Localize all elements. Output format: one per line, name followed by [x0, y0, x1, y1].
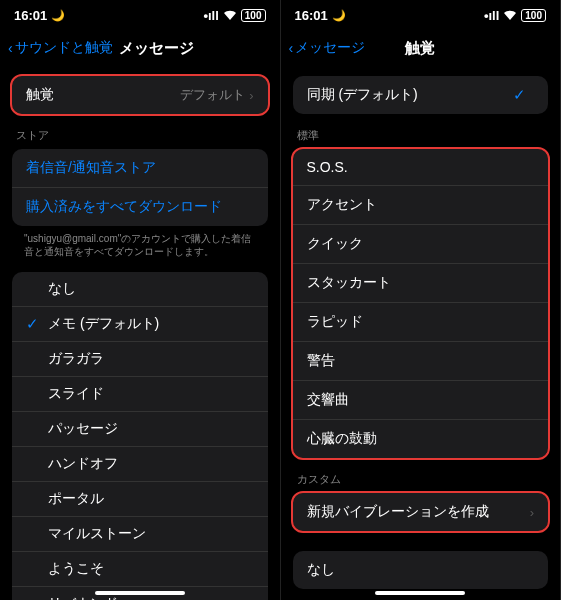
list-item[interactable]: クイック — [293, 225, 549, 264]
chevron-left-icon: ‹ — [8, 40, 13, 56]
store-group: 着信音/通知音ストア 購入済みをすべてダウンロード — [12, 149, 268, 226]
page-title: 触覚 — [405, 39, 435, 58]
ringtone-store-label: 着信音/通知音ストア — [26, 159, 156, 177]
status-bar: 16:01 🌙 •ıll 100 — [0, 0, 280, 30]
list-item[interactable]: 心臓の鼓動 — [293, 420, 549, 458]
list-item[interactable]: アクセント — [293, 186, 549, 225]
standard-list: S.O.S. アクセント クイック スタッカート ラピッド 警告 交響曲 心臓の… — [293, 149, 549, 458]
status-time: 16:01 — [295, 8, 328, 23]
checkmark-icon: ✓ — [26, 315, 39, 332]
content: 同期 (デフォルト) ✓ 標準 S.O.S. アクセント クイック スタッカート… — [281, 66, 561, 600]
wifi-icon — [223, 8, 237, 23]
list-item[interactable]: ハンドオフ — [12, 447, 268, 482]
none-label: なし — [307, 561, 335, 579]
haptic-row-group: 触覚 デフォルト › — [12, 76, 268, 114]
new-vibration-row[interactable]: 新規バイブレーションを作成 › — [293, 493, 549, 531]
signal-icon: •ıll — [203, 8, 218, 23]
list-item[interactable]: スライド — [12, 377, 268, 412]
custom-group: 新規バイブレーションを作成 › — [293, 493, 549, 531]
checkmark-icon: ✓ — [513, 86, 526, 104]
screen-haptics: 16:01 🌙 •ıll 100 ‹ メッセージ 触覚 同期 (デフォルト) ✓… — [281, 0, 562, 600]
sync-row[interactable]: 同期 (デフォルト) ✓ — [293, 76, 549, 114]
sound-list: なし ✓メモ (デフォルト) ガラガラ スライド パッセージ ハンドオフ ポータ… — [12, 272, 268, 600]
ringtone-store-link[interactable]: 着信音/通知音ストア — [12, 149, 268, 188]
battery-indicator: 100 — [241, 9, 266, 22]
screen-messages-sound: 16:01 🌙 •ıll 100 ‹ サウンドと触覚 メッセージ 触覚 デフォル… — [0, 0, 281, 600]
list-item[interactable]: ラピッド — [293, 303, 549, 342]
nav-bar: ‹ サウンドと触覚 メッセージ — [0, 30, 280, 66]
store-footer: "ushigyu@gmail.com"のアカウントで購入した着信音と通知音をすべ… — [0, 226, 280, 262]
home-indicator[interactable] — [95, 591, 185, 595]
chevron-right-icon: › — [249, 88, 253, 103]
chevron-left-icon: ‹ — [289, 40, 294, 56]
list-item[interactable]: ポータル — [12, 482, 268, 517]
download-all-link[interactable]: 購入済みをすべてダウンロード — [12, 188, 268, 226]
haptic-row[interactable]: 触覚 デフォルト › — [12, 76, 268, 114]
haptic-value: デフォルト — [180, 86, 245, 104]
dnd-icon: 🌙 — [51, 9, 65, 22]
content: 触覚 デフォルト › ストア 着信音/通知音ストア 購入済みをすべてダウンロード… — [0, 66, 280, 600]
sync-group: 同期 (デフォルト) ✓ — [293, 76, 549, 114]
new-vibration-label: 新規バイブレーションを作成 — [307, 503, 489, 521]
download-all-label: 購入済みをすべてダウンロード — [26, 198, 222, 216]
chevron-right-icon: › — [530, 505, 534, 520]
signal-icon: •ıll — [484, 8, 499, 23]
status-time: 16:01 — [14, 8, 47, 23]
page-title: メッセージ — [119, 39, 194, 58]
list-item[interactable]: S.O.S. — [293, 149, 549, 186]
custom-header: カスタム — [281, 458, 561, 493]
nav-bar: ‹ メッセージ 触覚 — [281, 30, 561, 66]
battery-indicator: 100 — [521, 9, 546, 22]
wifi-icon — [503, 8, 517, 23]
list-item[interactable]: スタッカート — [293, 264, 549, 303]
dnd-icon: 🌙 — [332, 9, 346, 22]
store-header: ストア — [0, 114, 280, 149]
sync-label: 同期 (デフォルト) — [307, 86, 418, 104]
list-item[interactable]: なし — [12, 272, 268, 307]
home-indicator[interactable] — [375, 591, 465, 595]
back-label: サウンドと触覚 — [15, 39, 113, 57]
haptic-label: 触覚 — [26, 86, 54, 104]
list-item[interactable]: ようこそ — [12, 552, 268, 587]
back-button[interactable]: ‹ メッセージ — [289, 39, 366, 57]
list-item[interactable]: ガラガラ — [12, 342, 268, 377]
list-item[interactable]: 警告 — [293, 342, 549, 381]
list-item[interactable]: ✓メモ (デフォルト) — [12, 307, 268, 342]
standard-header: 標準 — [281, 114, 561, 149]
list-item[interactable]: パッセージ — [12, 412, 268, 447]
status-bar: 16:01 🌙 •ıll 100 — [281, 0, 561, 30]
none-group: なし — [293, 551, 549, 589]
back-button[interactable]: ‹ サウンドと触覚 — [8, 39, 113, 57]
back-label: メッセージ — [295, 39, 365, 57]
none-row[interactable]: なし — [293, 551, 549, 589]
list-item[interactable]: マイルストーン — [12, 517, 268, 552]
list-item[interactable]: 交響曲 — [293, 381, 549, 420]
